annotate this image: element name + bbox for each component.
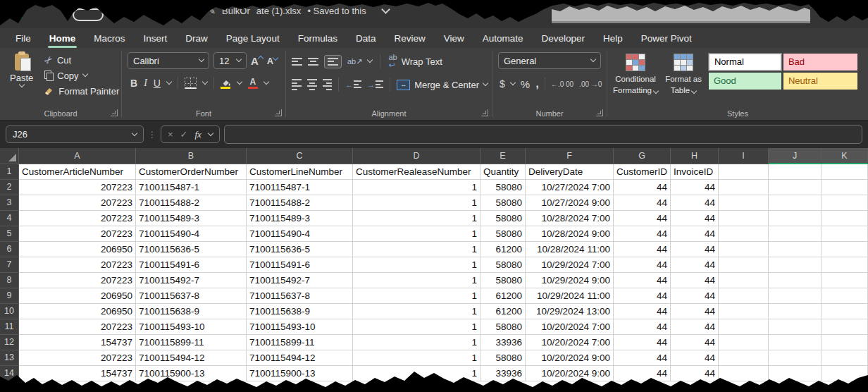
cell-A4[interactable]: 207223 [19,211,136,226]
column-header-K[interactable]: K [822,148,868,164]
row-header-1[interactable]: 1 [0,164,19,180]
cell-I4[interactable] [719,211,769,226]
cell-A5[interactable]: 207223 [19,226,136,242]
format-painter-button[interactable]: Format Painter [44,83,119,99]
cell-D10[interactable]: 1 [353,304,480,319]
menu-tab-draw[interactable]: Draw [185,33,208,44]
cell-G6[interactable]: 44 [614,242,671,257]
cell-C3[interactable]: 7100115488-2 [247,195,353,211]
cell-K14[interactable] [822,366,868,381]
menu-tab-insert[interactable]: Insert [144,33,168,44]
cell-H13[interactable]: 44 [671,350,719,366]
alignment-dialog-launcher-icon[interactable] [481,109,488,116]
cell-E9[interactable]: 61200 [480,288,526,304]
cell-A9[interactable]: 206950 [19,288,136,304]
column-header-G[interactable]: G [614,148,671,164]
cell-B10[interactable]: 7100115638-9 [136,304,247,319]
cell-B8[interactable]: 7100115492-7 [136,273,247,288]
cell-F7[interactable]: 10/29/2024 7:00 [526,257,614,273]
fx-chevron-down-icon[interactable] [208,130,213,135]
cell-G14[interactable]: 44 [614,366,671,381]
row-header-3[interactable]: 3 [0,195,19,211]
menu-tab-file[interactable]: File [16,33,31,44]
cell-B11[interactable]: 7100115493-10 [136,319,247,335]
menu-tab-home[interactable]: Home [49,33,76,44]
cell-D13[interactable]: 1 [353,350,480,366]
cell-B4[interactable]: 7100115489-3 [136,211,247,226]
menu-tab-formulas[interactable]: Formulas [298,33,337,44]
row-header-9[interactable]: 9 [0,288,19,304]
cell-G1[interactable]: CustomerID [614,164,671,180]
accounting-format-button[interactable]: $ [500,78,505,90]
cell-A7[interactable]: 207223 [19,257,136,273]
menu-tab-macros[interactable]: Macros [94,33,125,44]
cell-J3[interactable] [769,195,822,211]
cell-D8[interactable]: 1 [353,273,480,288]
cell-K4[interactable] [822,211,868,226]
cell-F2[interactable]: 10/27/2024 7:00 [526,180,614,195]
cell-A11[interactable]: 207223 [19,319,136,335]
cell-J7[interactable] [769,257,822,273]
cell-E13[interactable]: 58080 [480,350,526,366]
cell-F13[interactable]: 10/20/2024 9:00 [526,350,614,366]
menu-tab-data[interactable]: Data [356,33,376,44]
cell-K13[interactable] [822,350,868,366]
font-color-button[interactable]: A [248,78,258,89]
cell-H9[interactable]: 44 [671,288,719,304]
cell-I11[interactable] [719,319,769,335]
menu-tab-automate[interactable]: Automate [483,33,523,44]
column-header-I[interactable]: I [719,148,769,164]
copy-button[interactable]: Copy [44,68,119,83]
cell-C11[interactable]: 7100115493-10 [247,319,353,335]
cell-J12[interactable] [769,335,822,350]
cell-style-good[interactable]: Good [709,73,781,90]
orientation-chevron-down-icon[interactable] [367,57,373,63]
cell-I14[interactable] [719,366,769,381]
orientation-button[interactable]: ab↗ [347,57,362,66]
cell-F8[interactable]: 10/29/2024 9:00 [526,273,614,288]
align-right-button[interactable] [323,79,333,90]
cell-H14[interactable]: 44 [671,366,719,381]
fill-color-button[interactable] [221,78,231,89]
column-header-C[interactable]: C [247,148,353,164]
cell-G7[interactable]: 44 [614,257,671,273]
column-header-H[interactable]: H [671,148,719,164]
cell-F14[interactable]: 10/20/2024 9:00 [526,366,614,381]
cell-C9[interactable]: 7100115637-8 [247,288,353,304]
accounting-chevron-down-icon[interactable] [510,80,516,85]
cell-A10[interactable]: 206950 [19,304,136,319]
decrease-indent-button[interactable]: ← [345,80,361,89]
cell-D4[interactable]: 1 [353,211,480,226]
cell-C13[interactable]: 7100115494-12 [247,350,353,366]
row-header-6[interactable]: 6 [0,242,19,257]
cell-E8[interactable]: 58080 [480,273,526,288]
row-header-8[interactable]: 8 [0,273,19,288]
cell-H11[interactable]: 44 [671,319,719,335]
cell-A14[interactable]: 154737 [19,366,136,381]
cell-D3[interactable]: 1 [353,195,480,211]
menu-tab-help[interactable]: Help [603,33,623,44]
percent-style-button[interactable]: % [521,78,530,90]
cell-C6[interactable]: 7100115636-5 [247,242,353,257]
cell-H3[interactable]: 44 [671,195,719,211]
conditional-formatting-button[interactable]: Conditional Formatting [613,52,658,96]
cell-F12[interactable]: 10/20/2024 7:00 [526,335,614,350]
cell-K10[interactable] [822,304,868,319]
cell-J2[interactable] [769,180,822,195]
cell-F5[interactable]: 10/28/2024 9:00 [526,226,614,242]
row-header-5[interactable]: 5 [0,226,19,242]
cell-K9[interactable] [822,288,868,304]
align-center-button[interactable] [307,79,317,90]
formula-bar-grip[interactable]: ⋮ [148,130,156,140]
menu-tab-view[interactable]: View [444,33,464,44]
cell-style-neutral[interactable]: Neutral [783,73,857,90]
cell-G13[interactable]: 44 [614,350,671,366]
column-header-B[interactable]: B [136,148,247,164]
cell-A12[interactable]: 154737 [19,335,136,350]
underline-button[interactable]: U [154,78,161,89]
row-header-13[interactable]: 13 [0,350,19,366]
cell-H10[interactable]: 44 [671,304,719,319]
cell-F9[interactable]: 10/29/2024 11:00 [526,288,614,304]
increase-indent-button[interactable]: → [367,80,383,89]
decrease-decimal-button[interactable]: .00 →0 [579,80,602,88]
